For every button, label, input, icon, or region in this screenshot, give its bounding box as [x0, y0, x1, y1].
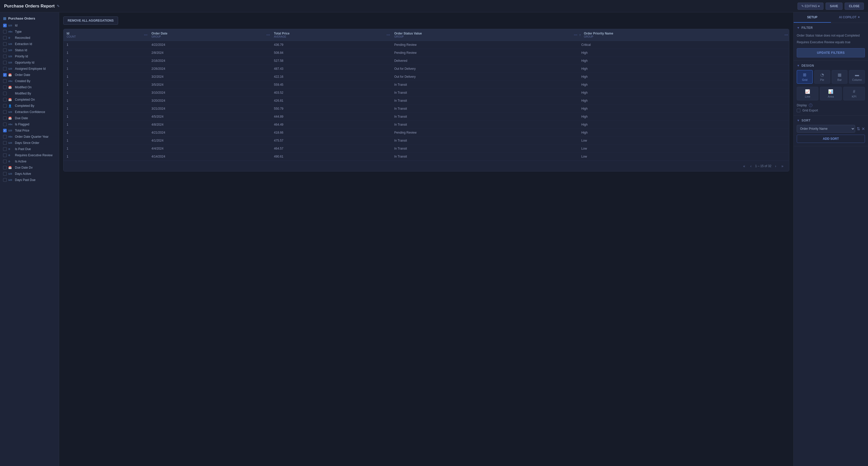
add-sort-button[interactable]: ADD SORT	[797, 135, 865, 143]
sidebar-checkbox-opportunity_id[interactable]	[3, 61, 7, 64]
sidebar-item-total_price[interactable]: 123Total Price	[0, 127, 59, 134]
sidebar-checkbox-due_date[interactable]	[3, 116, 7, 120]
sidebar-item-order_date_quarter_year[interactable]: AbcOrder Date Quarter Year	[0, 134, 59, 140]
table-cell: 436.79	[271, 41, 391, 49]
col-header-order-date: Order DateGROUP⋯	[149, 29, 271, 41]
sidebar-item-extraction_id[interactable]: 123Extraction Id	[0, 41, 59, 47]
sidebar-item-reconciled[interactable]: ⊙Reconciled	[0, 35, 59, 41]
sidebar-checkbox-priority_id[interactable]	[3, 55, 7, 58]
sidebar-field-name-order_date_quarter_year: Order Date Quarter Year	[15, 135, 49, 139]
sort-section-header[interactable]: ▼ SORT	[797, 119, 865, 122]
design-option-grid[interactable]: ⊞ Grid	[797, 70, 813, 84]
sidebar-item-status_id[interactable]: 123Status Id	[0, 47, 59, 53]
sidebar-checkbox-days_active[interactable]	[3, 172, 7, 176]
remove-all-aggregations-button[interactable]: REMOVE ALL AGGREGATIONS	[63, 17, 118, 25]
next-page-button[interactable]: ›	[774, 164, 778, 169]
content-area: REMOVE ALL AGGREGATIONS IdCOUNT⋯Order Da…	[59, 12, 794, 466]
sidebar-checkbox-status_id[interactable]	[3, 49, 7, 52]
sidebar-checkbox-assigned_employee_id[interactable]	[3, 67, 7, 70]
sort-field-select[interactable]: Order Priority Name	[797, 125, 855, 133]
sidebar-checkbox-is_flagged[interactable]	[3, 122, 7, 126]
table-row: 12/8/2024508.84Pending ReviewHigh	[64, 49, 789, 57]
sidebar-checkbox-id[interactable]	[3, 24, 7, 27]
design-option-pie[interactable]: ◔ Pie	[814, 70, 830, 84]
design-option-kpi[interactable]: # KPI	[843, 87, 865, 100]
last-page-button[interactable]: »	[780, 164, 785, 169]
grid-export-checkbox[interactable]	[797, 109, 800, 112]
sidebar-item-days_past_due[interactable]: 123Days Past Due	[0, 177, 59, 183]
prev-page-button[interactable]: ‹	[749, 164, 753, 169]
sidebar-item-completed_by[interactable]: 👤Completed By	[0, 103, 59, 109]
first-page-button[interactable]: «	[742, 164, 747, 169]
sidebar-field-name-days_since_order: Days Since Order	[15, 141, 39, 145]
kpi-label: KPI	[852, 95, 857, 98]
sidebar-item-is_active[interactable]: ⊙Is Active	[0, 158, 59, 165]
update-filters-button[interactable]: UPDATE FILTERS	[797, 48, 865, 57]
design-option-line[interactable]: 📈 Line	[797, 87, 818, 100]
sort-direction-button[interactable]: ⇅	[857, 126, 860, 131]
sidebar-item-id[interactable]: 123Id	[0, 22, 59, 29]
field-type-badge-type: Abc	[8, 30, 13, 33]
sidebar-item-days_since_order[interactable]: 123Days Since Order	[0, 140, 59, 146]
sidebar-item-extraction_confidence[interactable]: 123Extraction Confidence	[0, 109, 59, 115]
design-option-area[interactable]: 📊 Area	[820, 87, 841, 100]
sidebar-item-priority_id[interactable]: 123Priority Id	[0, 53, 59, 59]
sidebar-item-order_date[interactable]: 📅Order Date	[0, 72, 59, 78]
sidebar-item-created_by[interactable]: AbcCreated By	[0, 78, 59, 84]
sidebar-checkbox-total_price[interactable]	[3, 129, 7, 132]
sidebar-item-due_date[interactable]: 📅Due Date	[0, 115, 59, 121]
table-cell: 1	[64, 145, 149, 153]
sidebar-checkbox-modified_by[interactable]	[3, 92, 7, 95]
top-bar-right: ✎ EDITING ▾ SAVE CLOSE	[798, 3, 864, 10]
col-menu-button[interactable]: ⋯	[266, 33, 270, 37]
editing-button[interactable]: ✎ EDITING ▾	[798, 3, 824, 10]
sidebar-checkbox-is_active[interactable]	[3, 159, 7, 163]
sidebar-checkbox-created_by[interactable]	[3, 79, 7, 83]
save-button[interactable]: SAVE	[826, 3, 842, 10]
sidebar-checkbox-type[interactable]	[3, 30, 7, 33]
sidebar-item-is_past_due[interactable]: ⊙Is Past Due	[0, 146, 59, 152]
col-menu-button[interactable]: ⋯	[144, 33, 147, 37]
filter-section-header[interactable]: ▼ FILTER	[797, 26, 865, 30]
sidebar-item-days_active[interactable]: 123Days Active	[0, 171, 59, 177]
col-menu-button[interactable]: ⋯	[386, 33, 390, 37]
sidebar-checkbox-is_past_due[interactable]	[3, 147, 7, 151]
sidebar-item-modified_on[interactable]: 📅Modified On	[0, 84, 59, 90]
sidebar-checkbox-days_past_due[interactable]	[3, 178, 7, 182]
tab-setup[interactable]: SETUP	[794, 12, 831, 23]
pie-icon: ◔	[820, 72, 824, 77]
sidebar-checkbox-requires_exec_review[interactable]	[3, 153, 7, 157]
sidebar-item-completed_on[interactable]: 📅Completed On	[0, 96, 59, 103]
table-cell: 4/8/2024	[149, 121, 271, 129]
top-bar-left: Purchase Orders Report ✎	[4, 4, 60, 9]
sidebar-item-due_date_dv[interactable]: 📅Due Date Dv	[0, 165, 59, 171]
sidebar-checkbox-order_date[interactable]	[3, 73, 7, 77]
sidebar-checkbox-extraction_confidence[interactable]	[3, 110, 7, 114]
display-help-icon[interactable]: ?	[809, 104, 812, 107]
design-section-header[interactable]: ▼ DESIGN	[797, 64, 865, 67]
sidebar-item-opportunity_id[interactable]: 123Opportunity Id	[0, 59, 59, 66]
sort-remove-button[interactable]: ✕	[862, 126, 865, 131]
sidebar-checkbox-modified_on[interactable]	[3, 85, 7, 89]
design-option-bar[interactable]: ▦ Bar	[832, 70, 848, 84]
table-cell: High	[578, 73, 789, 81]
col-menu-button[interactable]: ⋯	[784, 33, 788, 37]
sidebar-checkbox-extraction_id[interactable]	[3, 42, 7, 46]
sidebar-checkbox-reconciled[interactable]	[3, 36, 7, 40]
sidebar-item-type[interactable]: AbcType	[0, 29, 59, 35]
edit-title-icon[interactable]: ✎	[57, 4, 60, 8]
col-menu-button[interactable]: ⋯	[574, 33, 577, 37]
sidebar-checkbox-completed_by[interactable]	[3, 104, 7, 108]
sidebar-checkbox-days_since_order[interactable]	[3, 141, 7, 145]
sidebar-checkbox-completed_on[interactable]	[3, 98, 7, 101]
tab-ai-copilot[interactable]: AI COPILOT ✦	[831, 12, 868, 23]
close-button[interactable]: CLOSE	[845, 3, 864, 10]
sidebar-item-is_flagged[interactable]: AbcIs Flagged	[0, 121, 59, 127]
sidebar-checkbox-due_date_dv[interactable]	[3, 166, 7, 169]
sidebar-item-assigned_employee_id[interactable]: 123Assigned Employee Id	[0, 66, 59, 72]
sidebar-item-requires_exec_review[interactable]: ⊙Requires Executive Review	[0, 152, 59, 158]
sidebar-item-modified_by[interactable]: Modified By	[0, 90, 59, 96]
design-option-column[interactable]: ▬ Column	[849, 70, 865, 84]
table-cell: 3/5/2024	[149, 81, 271, 89]
sidebar-checkbox-order_date_quarter_year[interactable]	[3, 135, 7, 139]
